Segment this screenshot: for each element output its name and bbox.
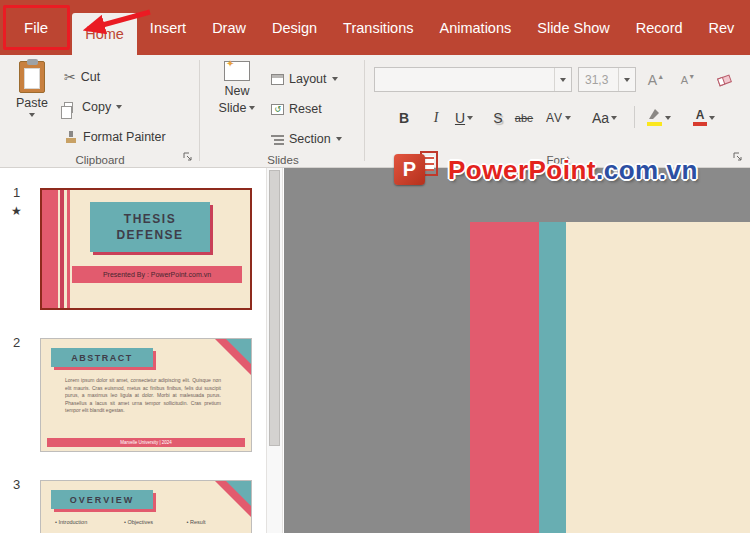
paste-label: Paste (16, 96, 48, 110)
italic-button[interactable]: I (424, 105, 448, 130)
new-slide-icon (224, 61, 250, 81)
font-name-combobox[interactable] (374, 67, 572, 92)
font-size-combobox[interactable]: 31,3 (578, 67, 636, 92)
powerpoint-logo: P PowerPoint.com.vn (394, 150, 698, 190)
chevron-down-icon (332, 77, 338, 81)
scissors-icon: ✂ (64, 70, 76, 84)
bullet-item: Introduction (55, 519, 124, 525)
tab-review[interactable]: Rev (696, 0, 748, 55)
slide-thumbnail-3[interactable]: OVERVIEW Introduction Objectives Result … (40, 480, 252, 533)
chevron-down-icon (336, 137, 342, 141)
panel-scrollbar-track[interactable] (266, 168, 283, 533)
decrease-font-size-button[interactable]: A▼ (674, 67, 702, 92)
font-size-value: 31,3 (579, 73, 618, 87)
slide-thumbnail-1[interactable]: THESIS DEFENSE Presented By : PowerPoint… (40, 188, 252, 310)
chevron-down-icon (29, 113, 35, 117)
layout-button[interactable]: Layout (271, 67, 338, 91)
underline-button[interactable]: U (452, 105, 476, 130)
slide-2-number: 2 (13, 335, 20, 350)
tab-animations[interactable]: Animations (427, 0, 525, 55)
current-slide[interactable] (470, 222, 750, 533)
dialog-launcher-icon (183, 152, 193, 162)
chevron-down-icon (249, 106, 255, 110)
font-color-icon: A (693, 109, 707, 126)
slide1-pink-band (42, 190, 58, 308)
slide-thumbnail-2[interactable]: ABSTRACT Lorem ipsum dolor sit amet, con… (40, 338, 252, 452)
slide-1-number: 1 (13, 185, 20, 200)
logo-brand: PowerPoint (448, 155, 596, 185)
copy-icon (64, 102, 73, 113)
animation-star-icon[interactable]: ★ (11, 204, 22, 218)
section-button[interactable]: Section (271, 127, 342, 151)
corner-decoration (226, 481, 251, 506)
clear-formatting-button[interactable] (710, 67, 738, 92)
chevron-down-icon (624, 78, 630, 82)
reset-button[interactable]: ↺ Reset (271, 97, 322, 121)
group-divider (364, 60, 365, 161)
chevron-down-icon (560, 78, 566, 82)
ribbon-tab-bar: File Home Insert Draw Design Transitions… (0, 0, 750, 55)
tab-record[interactable]: Record (623, 0, 696, 55)
slide-pink-band (470, 222, 539, 533)
copy-button[interactable]: Copy (64, 95, 122, 119)
font-dialog-launcher[interactable] (732, 151, 744, 163)
tab-slideshow[interactable]: Slide Show (524, 0, 623, 55)
bold-button[interactable]: B (392, 105, 416, 130)
bullet-item: Objectives (124, 519, 187, 525)
corner-decoration (226, 339, 251, 364)
paste-button[interactable]: Paste (6, 61, 58, 117)
chevron-down-icon (611, 116, 617, 120)
logo-suffix: .com.vn (596, 155, 698, 185)
slide2-footer: Marvelle University | 2024 (47, 438, 245, 447)
slide1-stripe (67, 190, 70, 308)
slide1-subtitle: Presented By : PowerPoint.com.vn (72, 266, 242, 283)
increase-font-size-button[interactable]: A▲ (642, 67, 670, 92)
annotation-highlight-box (3, 5, 70, 50)
change-case-button[interactable]: Aa (592, 105, 617, 130)
panel-scrollbar-thumb[interactable] (269, 170, 280, 446)
layout-icon (271, 74, 284, 85)
tab-insert[interactable]: Insert (137, 0, 199, 55)
font-color-button[interactable]: A (692, 105, 716, 130)
paintbrush-icon (64, 130, 78, 144)
tab-home[interactable]: Home (72, 13, 137, 55)
new-slide-button[interactable]: New Slide (209, 61, 265, 115)
tab-draw[interactable]: Draw (199, 0, 259, 55)
text-highlight-color-button[interactable] (646, 105, 671, 130)
group-divider (199, 60, 200, 161)
dialog-launcher-icon (733, 152, 743, 162)
format-painter-button[interactable]: Format Painter (64, 125, 166, 149)
eraser-icon (716, 72, 733, 87)
font-size-dropdown[interactable] (618, 68, 635, 91)
decrease-font-icon: A▼ (681, 73, 695, 86)
character-spacing-button[interactable]: AV (546, 105, 571, 130)
strikethrough-button[interactable]: abe (512, 105, 536, 130)
cut-button[interactable]: ✂ Cut (64, 65, 100, 89)
chevron-down-icon (116, 105, 122, 109)
slide1-stripe (60, 190, 64, 308)
clipboard-group-label: Clipboard (0, 154, 200, 166)
slide1-title: THESIS DEFENSE (90, 202, 210, 252)
clipboard-group: Paste ✂ Cut Copy Format Painter Clipboar… (0, 55, 200, 167)
slide-editing-canvas[interactable] (284, 168, 750, 533)
tab-transitions[interactable]: Transitions (330, 0, 426, 55)
slides-group: New Slide Layout ↺ Reset Section Slides (201, 55, 365, 167)
slide-cream-area (566, 222, 750, 533)
increase-font-icon: A▲ (648, 72, 664, 88)
section-icon (271, 134, 284, 145)
slides-group-label: Slides (201, 154, 365, 166)
slide2-heading: ABSTRACT (51, 348, 153, 367)
slide-teal-stripe (539, 222, 566, 533)
slide3-bullet-list: Introduction Objectives Result Problem H… (55, 519, 243, 533)
slide3-heading: OVERVIEW (51, 490, 153, 509)
chevron-down-icon (709, 116, 715, 120)
clipboard-icon (19, 61, 45, 93)
clipboard-dialog-launcher[interactable] (182, 151, 194, 163)
tab-design[interactable]: Design (259, 0, 330, 55)
text-shadow-button[interactable]: S (486, 105, 510, 130)
logo-text: PowerPoint.com.vn (448, 155, 698, 186)
powerpoint-app-icon: P (394, 150, 440, 190)
font-name-dropdown[interactable] (554, 68, 571, 91)
reset-icon: ↺ (271, 104, 284, 115)
slide2-body-text: Lorem ipsum dolor sit amet, consectetur … (65, 377, 221, 415)
